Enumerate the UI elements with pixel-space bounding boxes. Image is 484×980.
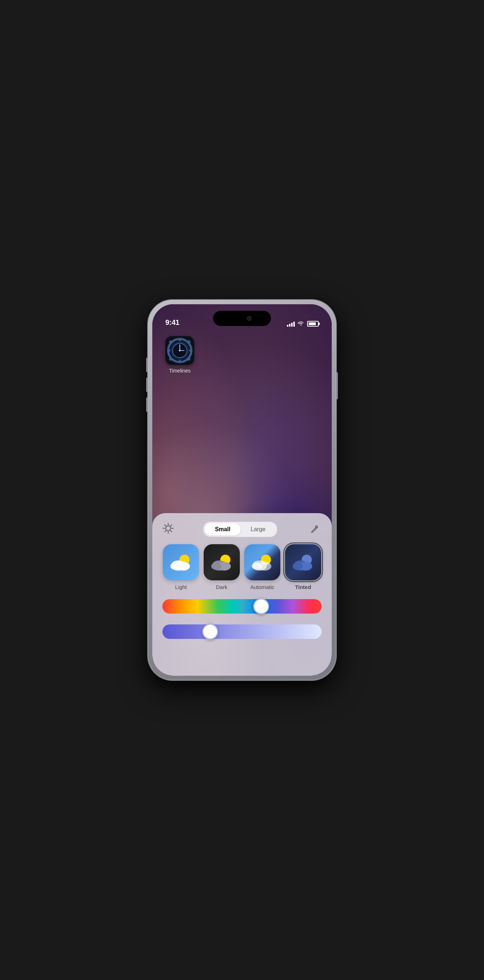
weather-icon-light — [163, 544, 199, 580]
opacity-slider-container[interactable] — [163, 623, 321, 641]
svg-point-16 — [166, 526, 171, 531]
weather-icon-tinted — [285, 544, 321, 580]
color-slider-container[interactable] — [163, 597, 321, 616]
opacity-slider-thumb[interactable] — [202, 624, 218, 640]
icon-style-automatic[interactable]: Automatic — [244, 544, 280, 590]
svg-rect-9 — [179, 360, 181, 363]
svg-rect-10 — [168, 350, 170, 352]
color-slider-thumb[interactable] — [253, 598, 269, 614]
icon-styles-row: Light Dark — [163, 544, 321, 590]
brightness-icon — [163, 522, 174, 537]
color-slider-track[interactable] — [163, 599, 321, 614]
battery-fill — [308, 322, 316, 325]
battery-icon — [307, 321, 319, 327]
svg-line-24 — [165, 530, 166, 531]
svg-point-42 — [292, 563, 303, 570]
signal-bar-1 — [287, 325, 288, 327]
svg-point-30 — [170, 563, 181, 570]
phone-frame: 9:41 — [148, 300, 336, 680]
eyedropper-button[interactable] — [307, 522, 321, 537]
svg-point-7 — [179, 350, 181, 352]
size-toggle[interactable]: Small Large — [203, 522, 277, 537]
icon-style-tinted-preview — [285, 544, 321, 580]
front-camera — [247, 316, 252, 321]
icon-style-light-label: Light — [175, 584, 187, 590]
svg-point-34 — [211, 563, 221, 570]
app-label-timelines: Timelines — [169, 368, 190, 374]
signal-bar-3 — [291, 323, 292, 327]
bottom-panel: Small Large — [152, 513, 332, 676]
panel-top-row: Small Large — [163, 522, 321, 537]
opacity-slider-track[interactable] — [163, 624, 321, 639]
icon-style-light-preview — [163, 544, 199, 580]
signal-bar-2 — [289, 324, 291, 327]
icon-style-auto-preview — [244, 544, 280, 580]
icon-style-dark-label: Dark — [216, 584, 228, 590]
svg-point-38 — [252, 563, 262, 570]
icon-style-light[interactable]: Light — [163, 544, 199, 590]
app-icon-area[interactable]: Timelines — [165, 336, 194, 374]
status-time: 9:41 — [165, 318, 179, 327]
dynamic-island — [213, 311, 271, 326]
svg-rect-11 — [189, 350, 192, 352]
icon-style-dark[interactable]: Dark — [204, 544, 240, 590]
weather-icon-auto — [244, 544, 280, 580]
wifi-icon — [298, 321, 304, 327]
svg-rect-8 — [179, 338, 181, 341]
svg-line-22 — [171, 530, 172, 531]
app-icon-timelines[interactable] — [165, 336, 194, 365]
phone-screen: 9:41 — [152, 304, 332, 676]
status-icons — [287, 321, 319, 327]
weather-icon-dark — [204, 544, 240, 580]
svg-line-23 — [171, 525, 172, 526]
size-large-button[interactable]: Large — [241, 523, 276, 536]
icon-style-tinted-label: Tinted — [295, 584, 311, 590]
icon-style-auto-label: Automatic — [250, 584, 275, 590]
size-small-button[interactable]: Small — [205, 523, 241, 536]
signal-bars-icon — [287, 321, 295, 327]
svg-line-21 — [165, 525, 166, 526]
signal-bar-4 — [293, 321, 295, 327]
icon-style-tinted[interactable]: Tinted — [285, 544, 321, 590]
icon-style-dark-preview — [204, 544, 240, 580]
